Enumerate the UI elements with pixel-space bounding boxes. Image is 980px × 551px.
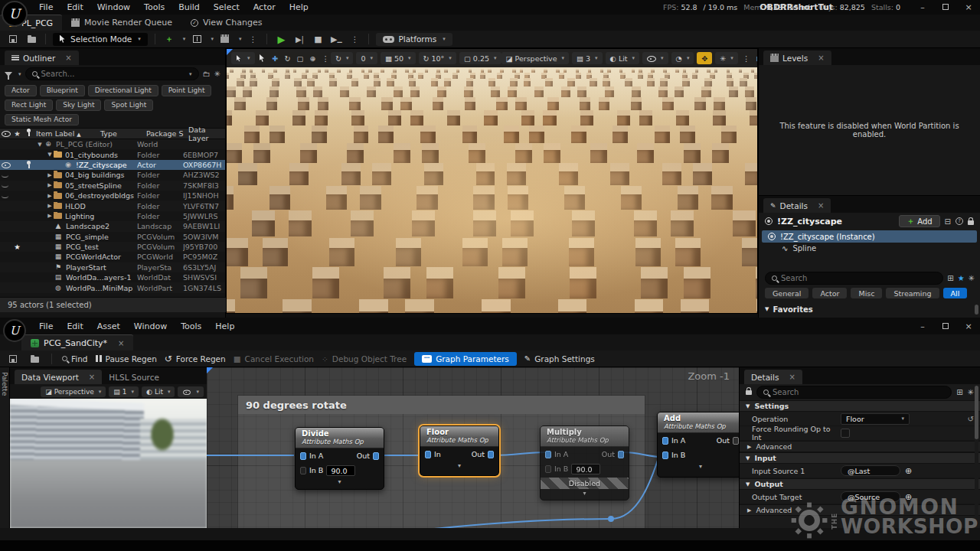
filter-chip-spot-light[interactable]: Spot Light [104, 99, 153, 111]
scale-tool-icon[interactable]: ▢ [295, 52, 305, 64]
collapse-chevron-icon[interactable]: ▾ [658, 462, 739, 471]
menu-file[interactable]: File [32, 318, 60, 334]
view-mode-lit-dropdown[interactable]: ◐ Lit▾ [606, 52, 639, 64]
save-icon[interactable] [6, 33, 20, 45]
collapse-chevron-icon[interactable]: ▾ [420, 461, 498, 470]
outliner-row[interactable]: ⚑PlayerStartPlayerSta6S3LY5AJ [0, 262, 225, 272]
browse-icon[interactable] [28, 353, 41, 365]
pin-cell[interactable] [23, 161, 34, 169]
selection-mode-dropdown[interactable]: Selection Mode ▾ [53, 33, 148, 46]
restore-button[interactable] [934, 2, 957, 12]
filter-chip-static-mesh-actor[interactable]: Static Mesh Actor [5, 114, 79, 126]
close-icon[interactable]: × [89, 373, 95, 381]
column-data-layer[interactable]: Data Layer [188, 126, 225, 142]
outliner-row[interactable]: ▦PCGWorldActorPCGWorldPC95M0Z [0, 252, 225, 262]
section-input[interactable]: ▼Input [740, 452, 980, 464]
node-multiply[interactable]: MultiplyAttribute Maths Op In AOut In B9… [540, 425, 629, 500]
editor-modes-icon[interactable]: ⋮ [246, 33, 260, 45]
outliner-row[interactable]: ▶LightingFolder5JWWLRS [0, 211, 225, 221]
pin-in-b[interactable] [545, 465, 551, 473]
new-folder-icon[interactable]: 🗀 [203, 70, 211, 78]
visibility-cell[interactable] [0, 161, 11, 168]
blueprint-convert-icon[interactable]: ⊟ [945, 217, 951, 226]
section-advanced[interactable]: ▶Advanced [740, 441, 980, 452]
in-b-value[interactable]: 90.0 [326, 465, 355, 476]
filter-chip-blueprint[interactable]: Blueprint [40, 85, 85, 96]
column-type[interactable]: Type [100, 129, 146, 138]
frame-skip-button[interactable]: ▶| [292, 33, 306, 45]
expander-icon[interactable]: ▶ [46, 172, 54, 178]
pin-in-b[interactable] [300, 467, 306, 474]
attribute-picker-icon[interactable]: ⊕ [905, 492, 912, 502]
viewport-options-dropdown[interactable]: ▾ [231, 52, 255, 64]
camera-speed-dropdown[interactable]: ▤ 1▾ [109, 386, 139, 397]
snap-angle-dropdown[interactable]: 0▾ [356, 52, 377, 64]
filter-chip-point-light[interactable]: Point Light [162, 85, 212, 96]
tab-hlsl-source[interactable]: HLSL Source [102, 370, 166, 384]
menu-actor[interactable]: Actor [247, 0, 283, 15]
favorite-column-icon[interactable]: ★ [11, 129, 23, 138]
close-button[interactable]: × [957, 321, 980, 331]
blueprints-icon[interactable] [190, 33, 204, 45]
menu-asset[interactable]: Asset [90, 318, 127, 334]
tab-data-viewport[interactable]: Data Viewport × [15, 370, 102, 384]
pin-out[interactable] [373, 452, 379, 460]
menu-tools[interactable]: Tools [174, 318, 208, 334]
launch-button[interactable]: ▶▁ [329, 33, 343, 45]
play-button[interactable]: ▶ [274, 33, 288, 45]
rotation-snap-dropdown[interactable]: ↻ 10°▾ [419, 52, 456, 64]
menu-help[interactable]: Help [208, 318, 241, 334]
minimize-button[interactable]: – [911, 2, 934, 12]
menu-build[interactable]: Build [172, 0, 207, 15]
gear-icon[interactable]: ✳ [968, 388, 974, 396]
favorites-star-icon[interactable]: ★ [958, 274, 965, 282]
select-tool-icon[interactable] [258, 52, 268, 64]
tab-levels[interactable]: Levels × [763, 51, 831, 65]
graph-parameters-button[interactable]: ⋯Graph Parameters [414, 352, 517, 366]
close-icon[interactable]: × [118, 339, 124, 347]
more-icon[interactable]: ⋮ [320, 52, 331, 64]
save-icon[interactable] [6, 353, 20, 365]
close-icon[interactable]: × [818, 54, 824, 62]
menu-file[interactable]: File [32, 0, 60, 15]
game-view-toggle[interactable]: ✥ [697, 52, 712, 64]
details-search-input[interactable]: Search [756, 386, 952, 399]
tab-pcg-sandcity[interactable]: PCG_SandCity* × [21, 334, 133, 350]
outliner-row[interactable]: ▤WorldDa…ayers-1WorldDatSHWSVSI [0, 272, 225, 282]
close-icon[interactable]: × [818, 201, 824, 210]
play-options-icon[interactable]: ⋮ [348, 33, 361, 45]
tab-details[interactable]: ✎ Details × [763, 198, 831, 213]
output-target-value[interactable]: @Source [841, 491, 900, 502]
lock-icon[interactable] [746, 390, 752, 395]
collapse-chevron-icon[interactable]: ▾ [541, 489, 629, 497]
visibility-cell[interactable] [0, 172, 11, 178]
pin-out[interactable] [618, 451, 624, 458]
component-row-instance[interactable]: !ZZ_cityscape (Instance) [762, 230, 977, 243]
performance-dropdown[interactable]: ◔▾ [671, 52, 694, 64]
filter-chip-actor[interactable]: Actor [5, 85, 37, 96]
pin-in-a[interactable] [545, 451, 551, 458]
pin-column-icon[interactable] [25, 129, 32, 137]
show-flags-dropdown[interactable]: ▾ [178, 386, 204, 397]
minimize-button[interactable]: – [911, 321, 934, 331]
pin-in-b[interactable] [662, 452, 668, 459]
outliner-row[interactable]: ▶06_destroyedbldgsFolderIJ15NHOH [0, 191, 225, 201]
restore-button[interactable] [934, 321, 957, 331]
perspective-dropdown[interactable]: ◪ Perspective▾ [501, 52, 570, 64]
outliner-row[interactable]: ◉!ZZ_cityscapeActorOXP8667H [0, 160, 225, 170]
lock-icon[interactable] [968, 220, 974, 225]
collapse-chevron-icon[interactable]: ▾ [296, 478, 384, 486]
gear-icon[interactable]: ✳ [969, 274, 975, 282]
expander-icon[interactable]: ▶ [46, 213, 54, 219]
stop-button[interactable]: ■ [311, 33, 325, 45]
node-floor[interactable]: FloorAttribute Maths Op InOut ▾ [420, 425, 499, 476]
visibility-cell[interactable] [0, 193, 11, 199]
operation-dropdown[interactable]: Floor▾ [841, 413, 910, 425]
column-item-label[interactable]: Item Label ▲ [34, 129, 100, 138]
more-icon[interactable]: ⋮ [741, 52, 752, 64]
perspective-dropdown[interactable]: ◪ Perspective▾ [41, 386, 106, 397]
wire-reroute-dot[interactable] [608, 516, 614, 522]
menu-window[interactable]: Window [127, 318, 174, 334]
menu-help[interactable]: Help [283, 0, 315, 15]
platforms-dropdown[interactable]: Platforms ▾ [376, 33, 452, 46]
